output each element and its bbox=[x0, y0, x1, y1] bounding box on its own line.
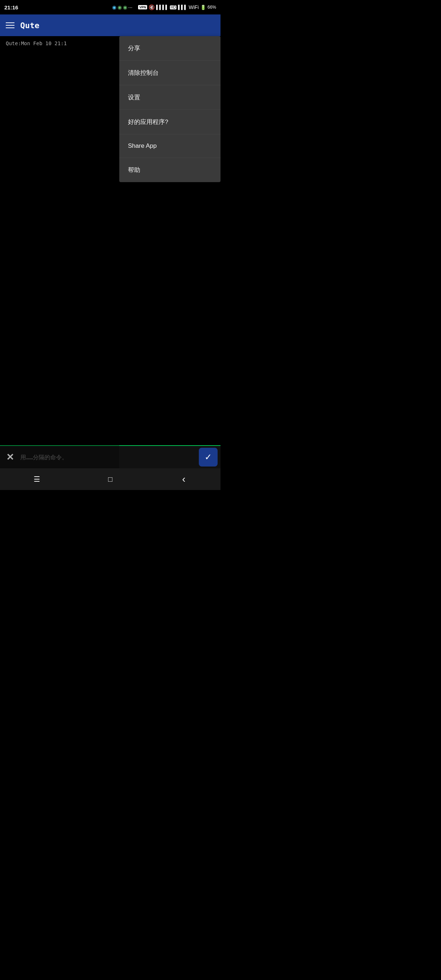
mute-icon: 🔇 bbox=[148, 4, 155, 10]
app-title: Qute bbox=[20, 21, 40, 30]
dropdown-menu: 分享 清除控制台 设置 好的应用程序? Share App 帮助 bbox=[119, 36, 221, 182]
hd-badge: HD bbox=[170, 5, 177, 10]
submit-button[interactable]: ✓ bbox=[199, 448, 218, 466]
signal-icon: ▌▌▌▌ bbox=[156, 5, 169, 10]
status-time: 21:16 bbox=[4, 4, 18, 11]
menu-item-good-app[interactable]: 好的应用程序? bbox=[119, 110, 221, 134]
status-bar: 21:16 ◉ ◉ ◉ ··· VPN 🔇 ▌▌▌▌ HD ▌▌▌ WiFi 🔋… bbox=[0, 0, 221, 14]
battery-percentage: 66% bbox=[207, 5, 216, 10]
vpn-badge: VPN bbox=[138, 5, 147, 10]
app-icon-3: ◉ bbox=[123, 4, 127, 10]
menu-item-share-app[interactable]: Share App bbox=[119, 134, 221, 158]
app-icon-1: ◉ bbox=[112, 4, 116, 10]
wifi-icon: WiFi bbox=[189, 4, 199, 10]
menu-item-help[interactable]: 帮助 bbox=[119, 158, 221, 182]
nav-home-icon: □ bbox=[108, 475, 112, 484]
menu-item-clear-console[interactable]: 清除控制台 bbox=[119, 61, 221, 85]
nav-bar: ☰ □ ‹ bbox=[0, 468, 221, 490]
app-icon-2: ◉ bbox=[118, 4, 122, 10]
nav-home-button[interactable]: □ bbox=[103, 472, 118, 487]
overlay-dim bbox=[0, 36, 119, 468]
more-icon: ··· bbox=[128, 4, 133, 10]
status-icons: ◉ ◉ ◉ ··· VPN 🔇 ▌▌▌▌ HD ▌▌▌ WiFi 🔋 66% bbox=[112, 4, 216, 10]
app-bar: Qute bbox=[0, 14, 221, 36]
nav-menu-icon: ☰ bbox=[33, 475, 40, 484]
menu-item-settings[interactable]: 设置 bbox=[119, 85, 221, 110]
nav-menu-button[interactable]: ☰ bbox=[30, 472, 44, 487]
signal2-icon: ▌▌▌ bbox=[178, 5, 187, 10]
nav-back-icon: ‹ bbox=[182, 473, 185, 485]
hamburger-menu-button[interactable] bbox=[6, 22, 14, 28]
check-icon: ✓ bbox=[205, 452, 212, 462]
nav-back-button[interactable]: ‹ bbox=[177, 472, 191, 487]
menu-item-share[interactable]: 分享 bbox=[119, 36, 221, 61]
app-icons: ◉ ◉ ◉ ··· bbox=[112, 4, 133, 10]
battery-icon: 🔋 bbox=[200, 5, 206, 10]
